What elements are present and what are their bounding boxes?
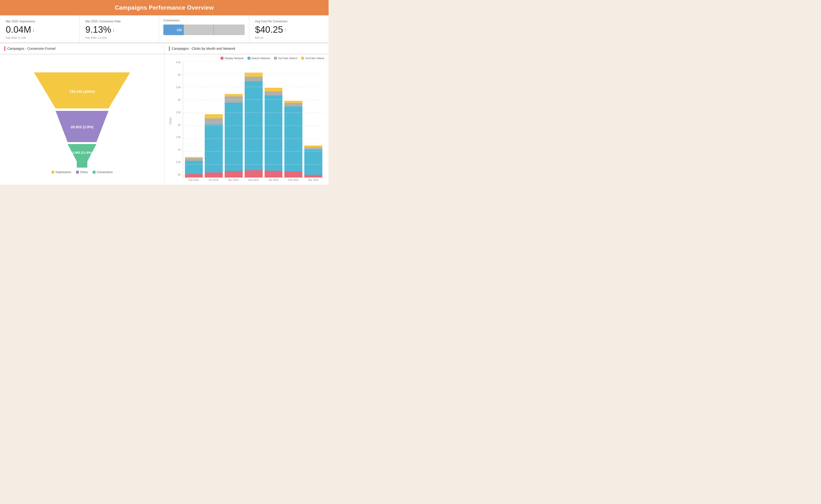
- bar-col: [185, 157, 203, 177]
- y-axis: 0K0.5K1K1.5K2K2.5K3K3.5K4K4.5K: [173, 61, 183, 181]
- chart-legend: Display Network Search Network YouTube S…: [169, 57, 324, 60]
- avg-cost-arrow: ↑: [284, 27, 287, 33]
- bar-stack: [264, 88, 283, 177]
- yt-video-seg: [304, 145, 322, 147]
- x-label: Mar 2020: [304, 179, 322, 181]
- conversions-bar-filled: 122: [163, 25, 184, 35]
- legend-yt-video-label: YouTube Videos: [305, 57, 324, 60]
- yt-search-seg: [245, 77, 263, 81]
- legend-yt-video-dot: [301, 57, 304, 60]
- conversion-rate-label: Mar 2020: Conversion Rate: [85, 20, 153, 23]
- legend-conversions-dot: [93, 171, 95, 174]
- funnel-panel: Campaigns - Conversion Funnel 733,745 (1…: [0, 43, 164, 185]
- kpi-row: Mar 2020: Impressions 0.04M ↓ Feb 2020: …: [0, 15, 328, 43]
- avg-cost-kpi: Avg Cost Per Conversion $40.25 ↑ $33.10: [249, 15, 328, 43]
- legend-yt-search: YouTube Search: [274, 57, 297, 60]
- bar-stack: [225, 94, 243, 177]
- legend-impressions-dot: [51, 171, 54, 174]
- display-seg: [284, 171, 302, 177]
- legend-conversions-label: Conversions: [97, 170, 113, 174]
- legend-impressions: Impressions: [51, 170, 71, 174]
- bar-chart-title-accent: [169, 46, 170, 51]
- conversion-rate-value: 9.13% ↓: [85, 25, 153, 35]
- yt-video-seg: [245, 73, 263, 77]
- bar-col: [225, 94, 243, 177]
- legend-search-network: Search Network: [247, 57, 270, 60]
- bars-columns: [183, 61, 324, 178]
- y-axis-tick: 0K: [178, 173, 181, 176]
- avg-cost-sub: $33.10: [255, 36, 323, 39]
- bar-stack: [304, 145, 322, 177]
- impressions-value: 0.04M ↓: [6, 25, 74, 35]
- bar-chart-panel-title: Campaigns - Clicks by Month and Network: [164, 43, 329, 54]
- dashboard: Campaigns Performance Overview Mar 2020:…: [0, 0, 328, 185]
- gridline: [183, 87, 324, 87]
- search-seg: [284, 107, 302, 171]
- conversions-kpi: Conversions 122: [159, 15, 249, 43]
- chart-area: Display Network Search Network YouTube S…: [164, 54, 329, 185]
- bar-stack: [205, 114, 223, 177]
- x-label: Nov 2019: [224, 179, 242, 181]
- funnel-impressions-label: 733,745 (100%): [69, 89, 95, 94]
- conversions-bar: 122: [163, 25, 245, 35]
- bar-col: [284, 101, 302, 177]
- yt-search-seg: [284, 103, 302, 107]
- bar-chart-body: Clicks 0K0.5K1K1.5K2K2.5K3K3.5K4K4.5K Se…: [169, 61, 324, 181]
- y-axis-tick: 4.5K: [176, 61, 181, 64]
- display-seg: [245, 170, 263, 177]
- legend-yt-search-label: YouTube Search: [278, 57, 297, 60]
- bar-chart-panel: Campaigns - Clicks by Month and Network …: [164, 43, 329, 185]
- funnel-panel-title: Campaigns - Conversion Funnel: [0, 43, 164, 54]
- yt-video-seg: [264, 88, 283, 91]
- y-axis-label: Clicks: [169, 118, 172, 125]
- legend-display-label: Display Network: [224, 57, 243, 60]
- yt-search-seg: [304, 147, 322, 150]
- conversion-rate-arrow: ↓: [112, 27, 115, 33]
- legend-search-label: Search Network: [251, 57, 270, 60]
- legend-clicks-dot: [76, 171, 79, 174]
- legend-clicks-label: Clicks: [80, 170, 88, 174]
- avg-cost-value: $40.25 ↑: [255, 25, 323, 35]
- funnel-area: 733,745 (100%) 20,922 (2.9%) 2,493 (11.9…: [0, 54, 164, 185]
- search-seg: [264, 95, 283, 171]
- page-header: Campaigns Performance Overview: [0, 0, 328, 15]
- yt-video-seg: [225, 94, 243, 96]
- display-seg: [264, 171, 283, 177]
- bottom-row: Campaigns - Conversion Funnel 733,745 (1…: [0, 43, 328, 185]
- bars-area: Sep 2019Oct 2019Nov 2019Dec 2019Jan 2020…: [183, 61, 324, 181]
- impressions-arrow: ↓: [32, 27, 35, 33]
- conversion-rate-kpi: Mar 2020: Conversion Rate 9.13% ↓ Feb 20…: [80, 15, 159, 43]
- legend-clicks: Clicks: [76, 170, 88, 174]
- y-axis-tick: 1.5K: [176, 136, 181, 139]
- conversions-label: Conversions: [163, 19, 245, 22]
- display-seg: [205, 172, 223, 177]
- yt-search-seg: [264, 91, 283, 95]
- funnel-svg: 733,745 (100%) 20,922 (2.9%) 2,493 (11.9…: [27, 68, 137, 169]
- legend-impressions-label: Impressions: [56, 170, 71, 174]
- funnel-title-accent: [4, 46, 5, 51]
- impressions-label: Mar 2020: Impressions: [6, 20, 74, 23]
- yt-search-seg: [185, 158, 203, 161]
- legend-display-network: Display Network: [220, 57, 243, 60]
- search-seg: [205, 125, 223, 172]
- y-axis-tick: 3K: [178, 99, 181, 101]
- funnel-clicks-label: 20,922 (2.9%): [71, 125, 93, 129]
- x-label: Dec 2019: [244, 179, 262, 181]
- legend-conversions: Conversions: [93, 170, 113, 174]
- y-axis-tick: 3.5K: [176, 86, 181, 89]
- y-axis-label-wrapper: Clicks: [169, 61, 173, 181]
- bar-stack: [284, 101, 302, 177]
- y-axis-tick: 1K: [178, 148, 181, 151]
- x-label: Oct 2019: [204, 179, 222, 181]
- legend-yt-search-dot: [274, 57, 277, 60]
- conversions-bar-divider: [213, 25, 214, 35]
- display-seg: [304, 175, 322, 177]
- bar-col: [205, 114, 223, 177]
- y-axis-tick: 2K: [178, 124, 181, 126]
- bar-col: [245, 73, 263, 177]
- conversions-bar-empty: [184, 25, 245, 35]
- legend-search-dot: [247, 57, 250, 60]
- y-axis-tick: 2.5K: [176, 111, 181, 114]
- search-seg: [304, 150, 322, 175]
- page-title: Campaigns Performance Overview: [115, 4, 214, 11]
